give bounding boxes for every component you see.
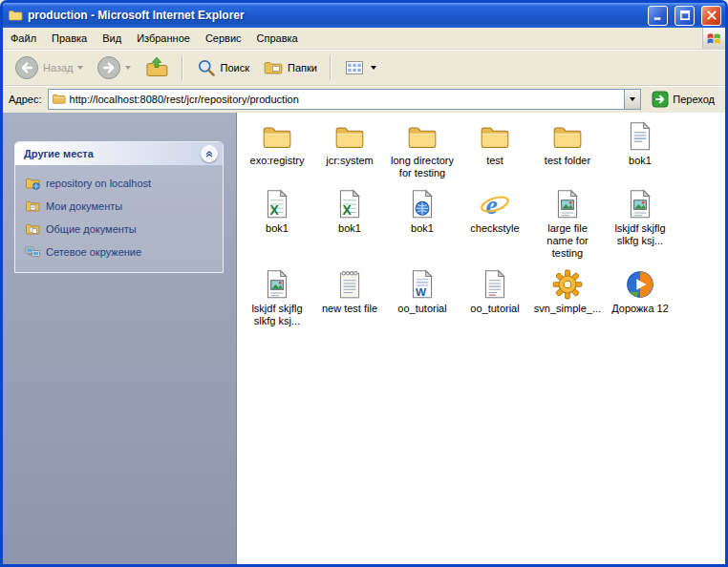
menu-item-edit[interactable]: Правка: [44, 28, 95, 49]
folder-up-icon: [144, 55, 169, 80]
up-button[interactable]: [139, 52, 175, 83]
minimize-button[interactable]: [648, 6, 668, 26]
file-item[interactable]: lskjdf skjflg slkfg ksj...: [604, 188, 676, 260]
shared-documents-icon: [25, 221, 40, 237]
sidebar-item[interactable]: Сетевое окружение: [25, 244, 217, 260]
file-item[interactable]: new test file: [313, 268, 386, 327]
file-item[interactable]: lskjdf skjflg slkfg ksj...: [241, 268, 313, 327]
sidebar-item-label: Сетевое окружение: [46, 246, 141, 258]
back-icon: [14, 55, 39, 80]
folders-icon: [263, 57, 284, 78]
file-item[interactable]: oo_tutorial: [459, 268, 531, 327]
file-item-label: large file name for testing: [533, 222, 602, 260]
folder-icon: [551, 120, 584, 153]
go-icon: [652, 91, 669, 108]
other-places-panel: Другие места repository on localhostМои …: [14, 141, 224, 273]
folder-icon: [333, 120, 366, 153]
file-item[interactable]: Xbok1: [241, 188, 313, 260]
title-bar[interactable]: production - Microsoft Internet Explorer: [3, 3, 725, 28]
folder-remote-icon: [25, 176, 40, 191]
chevron-up-icon: [203, 148, 215, 159]
excel-doc-icon: X: [261, 188, 293, 220]
address-input[interactable]: [70, 91, 621, 108]
menu-item-favorites[interactable]: Избранное: [129, 28, 198, 49]
search-icon: [196, 57, 217, 78]
folders-label: Папки: [288, 62, 317, 74]
explorer-sidebar: Другие места repository on localhostМои …: [3, 113, 236, 564]
my-documents-icon: [25, 199, 40, 214]
svg-text:e: e: [485, 190, 497, 220]
file-item-label: checkstyle: [470, 222, 519, 235]
file-item[interactable]: Дорожка 12: [604, 268, 676, 327]
file-item-label: oo_tutorial: [397, 303, 446, 315]
back-button[interactable]: Назад: [9, 52, 89, 83]
address-bar: Адрес: Переход: [3, 86, 725, 113]
other-places-header[interactable]: Другие места: [15, 142, 223, 165]
forward-dropdown-icon: [125, 66, 131, 70]
folder-icon: [406, 120, 439, 153]
paint-doc-icon: [261, 268, 293, 301]
file-item[interactable]: test: [459, 120, 531, 179]
file-item[interactable]: bok1: [386, 188, 459, 260]
folder-icon: [479, 120, 511, 153]
media-icon: [624, 268, 656, 301]
other-places-list: repository on localhostМои документыОбщи…: [15, 165, 223, 272]
file-item[interactable]: Xbok1: [313, 188, 386, 260]
file-item-label: test folder: [545, 155, 590, 167]
file-item-label: svn_simple_...: [534, 303, 601, 315]
close-button[interactable]: [701, 6, 721, 26]
file-item[interactable]: echeckstyle: [459, 188, 531, 260]
file-item[interactable]: large file name for testing: [531, 188, 604, 260]
svg-text:X: X: [270, 202, 280, 218]
file-item-label: lskjdf skjflg slkfg ksj...: [606, 222, 674, 247]
file-item-label: bok1: [338, 222, 361, 235]
views-icon: [344, 57, 365, 78]
folders-button[interactable]: Папки: [257, 54, 323, 81]
forward-button[interactable]: [91, 52, 137, 83]
sidebar-item[interactable]: repository on localhost: [25, 176, 217, 191]
gear-icon: [551, 268, 584, 301]
html-doc-icon: [406, 188, 439, 220]
toolbar: Назад Поиск Папки: [3, 50, 725, 86]
browser-window: production - Microsoft Internet Explorer…: [0, 0, 728, 567]
menu-item-help[interactable]: Справка: [249, 28, 306, 49]
paint-doc-icon: [624, 188, 656, 220]
file-item-label: bok1: [411, 222, 434, 235]
sidebar-item-label: repository on localhost: [46, 178, 151, 189]
menu-item-tools[interactable]: Сервис: [198, 28, 249, 49]
file-item-label: long directory for testing: [388, 155, 457, 179]
folder-icon: [261, 120, 293, 153]
file-item[interactable]: svn_simple_...: [531, 268, 604, 327]
address-box: [48, 89, 642, 110]
sidebar-item[interactable]: Общие документы: [25, 221, 217, 237]
menu-item-view[interactable]: Вид: [95, 28, 129, 49]
file-item[interactable]: Woo_tutorial: [386, 268, 459, 327]
file-item[interactable]: bok1: [604, 120, 676, 179]
paint-doc-icon: [551, 188, 584, 220]
go-button[interactable]: Переход: [647, 89, 719, 110]
file-item[interactable]: long directory for testing: [386, 120, 459, 179]
forward-icon: [96, 55, 121, 80]
menu-item-file[interactable]: Файл: [3, 28, 44, 49]
go-label: Переход: [673, 94, 715, 105]
file-item-label: new test file: [322, 303, 377, 315]
address-label: Адрес:: [9, 94, 42, 105]
ie-icon: e: [479, 188, 511, 220]
file-item[interactable]: exo:registry: [241, 120, 313, 179]
file-grid: exo:registryjcr:systemlong directory for…: [236, 113, 725, 564]
file-item-label: exo:registry: [250, 155, 305, 167]
views-button[interactable]: [338, 54, 382, 81]
file-item[interactable]: jcr:system: [313, 120, 386, 179]
file-item-label: oo_tutorial: [470, 303, 519, 315]
close-icon: [706, 10, 717, 21]
file-item[interactable]: test folder: [531, 120, 604, 179]
chevron-down-icon: [630, 97, 635, 101]
window-folder-icon: [8, 8, 23, 23]
search-button[interactable]: Поиск: [190, 54, 255, 81]
sidebar-item-label: Мои документы: [46, 200, 122, 212]
text-doc-icon: [624, 120, 656, 153]
address-dropdown-button[interactable]: [624, 90, 640, 109]
sidebar-item[interactable]: Мои документы: [25, 199, 217, 214]
collapse-panel-button[interactable]: [201, 145, 218, 162]
maximize-button[interactable]: [674, 6, 695, 26]
